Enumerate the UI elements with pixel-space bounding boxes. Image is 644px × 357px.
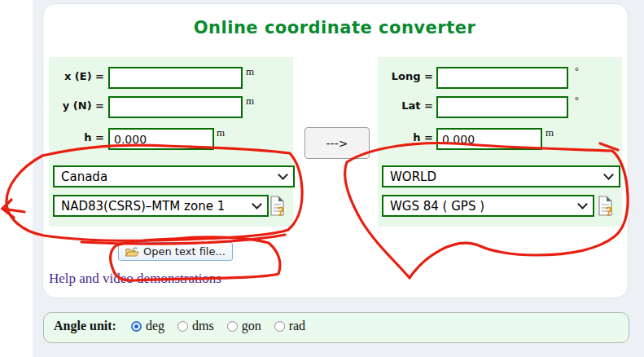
chevron-down-icon: [252, 199, 262, 209]
radio-gon[interactable]: [227, 321, 238, 332]
chevron-down-icon: [278, 170, 288, 180]
radio-deg[interactable]: [131, 321, 142, 332]
red-arrow-head: [2, 200, 14, 218]
chevron-down-icon: [577, 199, 588, 209]
coordinate-converter-page: Online coordinate converter x (E) = m y …: [0, 0, 644, 357]
page-title: Online coordinate converter: [42, 18, 627, 37]
target-datum-value: WGS 84 ( GPS ): [390, 199, 484, 214]
svg-text:?: ?: [606, 204, 613, 217]
target-region-value: WORLD: [390, 170, 436, 184]
h-right-label: h =: [376, 131, 433, 143]
h-right-unit: m: [545, 126, 554, 139]
source-datum-value: NAD83(CSRS)–MTM zone 1: [61, 199, 225, 214]
radio-dms[interactable]: [177, 321, 188, 332]
open-folder-icon: [125, 246, 139, 258]
datum-help-icon[interactable]: ?: [598, 196, 617, 217]
radio-group-gon[interactable]: gon: [227, 319, 261, 333]
radio-deg-label: deg: [146, 319, 164, 333]
radio-rad[interactable]: [274, 321, 285, 332]
radio-group-dms[interactable]: dms: [177, 319, 214, 333]
h-left-input[interactable]: [108, 128, 214, 150]
source-datum-select[interactable]: NAD83(CSRS)–MTM zone 1: [53, 195, 269, 217]
y-north-label: y (N) =: [47, 99, 104, 112]
radio-group-rad[interactable]: rad: [274, 319, 305, 333]
source-region-select[interactable]: Canada: [53, 165, 295, 187]
h-right-input[interactable]: [436, 128, 542, 150]
h-left-unit: m: [217, 126, 225, 139]
lat-input[interactable]: [436, 96, 568, 118]
long-label: Long =: [376, 70, 433, 82]
radio-rad-label: rad: [289, 319, 305, 333]
y-north-unit: m: [246, 95, 254, 108]
radio-dms-label: dms: [192, 319, 214, 333]
x-east-label: x (E) =: [47, 70, 104, 82]
open-text-file-button[interactable]: Open text file...: [118, 242, 233, 261]
x-east-input[interactable]: [108, 67, 243, 89]
source-region-value: Canada: [61, 170, 107, 184]
datum-help-icon[interactable]: ?: [269, 196, 289, 217]
radio-gon-label: gon: [242, 319, 261, 333]
convert-button[interactable]: --->: [304, 127, 370, 159]
open-text-file-label: Open text file...: [143, 245, 226, 258]
long-input[interactable]: [436, 67, 568, 89]
lat-unit: °: [575, 95, 579, 107]
long-unit: °: [575, 65, 579, 77]
target-region-select[interactable]: WORLD: [382, 165, 620, 187]
lat-label: Lat =: [376, 99, 433, 112]
red-arrow-tail: [2, 209, 24, 212]
svg-text:?: ?: [278, 204, 285, 217]
angle-unit-row: Angle unit: deg dms gon rad: [54, 319, 305, 333]
target-datum-select[interactable]: WGS 84 ( GPS ): [382, 195, 594, 217]
y-north-input[interactable]: [108, 96, 243, 118]
angle-unit-label: Angle unit:: [54, 319, 116, 333]
h-left-label: h =: [47, 131, 104, 143]
help-link[interactable]: Help and video demonstrations: [49, 271, 221, 287]
x-east-unit: m: [246, 65, 254, 78]
chevron-down-icon: [603, 170, 614, 180]
radio-group-deg[interactable]: deg: [131, 319, 164, 333]
